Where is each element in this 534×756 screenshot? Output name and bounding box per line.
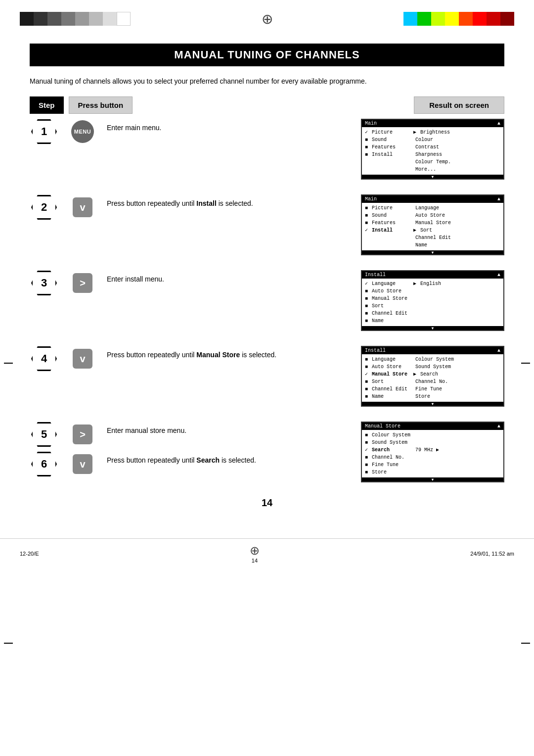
- page-number: 14: [30, 497, 504, 509]
- step-4-text: Press button repeatedly until Manual Sto…: [102, 346, 356, 364]
- step-number-1: 1: [30, 119, 58, 144]
- right-button-icon-3: >: [68, 270, 97, 296]
- side-reg-right: [521, 363, 530, 364]
- step-column-header: Step: [30, 96, 64, 114]
- bottom-left-text: 12-20/E: [20, 551, 39, 557]
- bottom-bar: 12-20/E ⊕ 14 24/9/01, 11:52 am: [0, 538, 534, 568]
- title-text: Manual Tuning of Channels: [174, 48, 359, 61]
- crosshair-bottom: ⊕: [250, 544, 260, 558]
- result-column-header: Result on screen: [414, 96, 504, 114]
- step-row-4: 4 v Press button repeatedly until Manual…: [30, 346, 504, 407]
- down-button-icon-4: v: [68, 346, 97, 372]
- step-1-text: Enter main menu.: [102, 119, 356, 137]
- color-bar-black: [20, 12, 34, 26]
- color-bar-gray5: [103, 12, 117, 26]
- color-bar-gray1: [47, 12, 61, 26]
- screen-preview-1: Main ▲ ✓ Picture ▶ Brightness ■ Sound Co…: [361, 119, 504, 180]
- color-bar-gray3: [75, 12, 89, 26]
- bottom-center: ⊕ 14: [250, 544, 260, 564]
- color-bar-yellow-green: [431, 12, 445, 26]
- step-number-4: 4: [30, 346, 58, 372]
- menu-button-icon: MENU: [68, 119, 97, 144]
- step-number-3: 3: [30, 270, 58, 296]
- press-column-header: Press button: [69, 96, 133, 114]
- color-bar-green: [417, 12, 431, 26]
- color-bar-darkest-red: [500, 12, 514, 26]
- bottom-right-text: 24/9/01, 11:52 am: [470, 551, 514, 557]
- screen-preview-4: Install ▲ ■ Language Colour System ■ Aut…: [361, 346, 504, 407]
- color-bar-white: [117, 12, 131, 26]
- step-number-5: 5: [30, 422, 58, 447]
- steps-5-6-column: 5 > Enter manual store menu. 6 v: [30, 422, 356, 477]
- step-row-1: 1 MENU Enter main menu. Main ▲ ✓ Picture…: [30, 119, 504, 180]
- color-bar-orange: [459, 12, 473, 26]
- step-row-5-6: 5 > Enter manual store menu. 6 v: [30, 422, 504, 482]
- color-bars-right: [403, 12, 514, 26]
- step-number-2: 2: [30, 194, 58, 220]
- step-row-3: 3 > Enter install menu. Install ▲ ✓ Lang…: [30, 270, 504, 331]
- top-bar: ⊕: [0, 0, 534, 34]
- screen-preview-2: Main ▲ ■ Picture Language ■ Sound Auto S…: [361, 194, 504, 255]
- color-bar-red: [473, 12, 487, 26]
- color-bar-cyan: [403, 12, 417, 26]
- color-bar-darkgray: [34, 12, 47, 26]
- screen-preview-5-6: Manual Store ▲ ■ Colour System ■ Sound S…: [361, 422, 504, 482]
- color-bar-gray2: [61, 12, 75, 26]
- down-button-icon-2: v: [68, 194, 97, 220]
- side-reg-left2: [4, 643, 13, 644]
- color-bar-yellow: [445, 12, 459, 26]
- intro-paragraph: Manual tuning of channels allows you to …: [30, 76, 504, 87]
- side-reg-right2: [521, 643, 530, 644]
- crosshair-top: ⊕: [257, 9, 277, 29]
- step-6-text: Press button repeatedly until Search is …: [102, 451, 356, 470]
- step-number-6: 6: [30, 451, 58, 477]
- step-2-text: Press button repeatedly until Install is…: [102, 194, 356, 213]
- down-button-icon-6: v: [68, 451, 97, 477]
- color-bars-left: [20, 12, 131, 26]
- step-5-text: Enter manual store menu.: [102, 422, 356, 440]
- color-bar-gray4: [89, 12, 103, 26]
- step-sub-5: 5 > Enter manual store menu.: [30, 422, 356, 447]
- bottom-center-text: 14: [252, 558, 258, 564]
- step-3-text: Enter install menu.: [102, 270, 356, 288]
- header-row: Step Press button Result on screen: [30, 96, 504, 114]
- side-reg-left: [4, 363, 13, 364]
- step-row-2: 2 v Press button repeatedly until Instal…: [30, 194, 504, 255]
- page-title: Manual Tuning of Channels: [30, 44, 504, 66]
- color-bar-dark-red: [487, 12, 500, 26]
- step-sub-6: 6 v Press button repeatedly until Search…: [30, 451, 356, 477]
- right-button-icon-5: >: [68, 422, 97, 447]
- main-content: Manual Tuning of Channels Manual tuning …: [0, 34, 534, 538]
- screen-preview-3: Install ▲ ✓ Language ▶ English ■ Auto St…: [361, 270, 504, 331]
